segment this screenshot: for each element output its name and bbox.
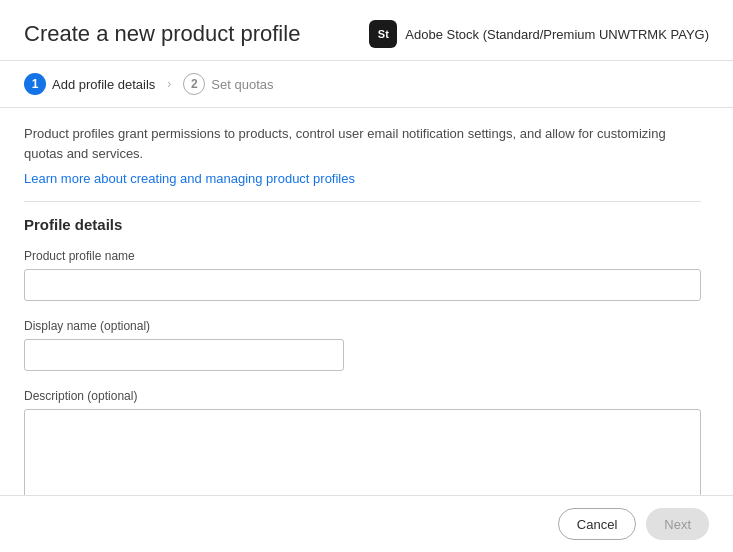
step-2-number: 2 [183, 73, 205, 95]
profile-details-title: Profile details [24, 216, 701, 233]
description-input[interactable] [24, 409, 701, 495]
create-product-profile-modal: Create a new product profile St Adobe St… [0, 0, 733, 552]
next-button[interactable]: Next [646, 508, 709, 540]
product-profile-name-input[interactable] [24, 269, 701, 301]
steps-bar: 1 Add profile details › 2 Set quotas [0, 61, 733, 108]
display-name-input[interactable] [24, 339, 344, 371]
learn-more-link[interactable]: Learn more about creating and managing p… [24, 171, 355, 186]
product-icon: St [369, 20, 397, 48]
section-divider [24, 201, 701, 202]
step-1: 1 Add profile details [24, 73, 155, 95]
product-profile-name-label: Product profile name [24, 249, 701, 263]
modal-header: Create a new product profile St Adobe St… [0, 0, 733, 61]
step-1-label: Add profile details [52, 77, 155, 92]
steps-chevron: › [167, 77, 171, 91]
display-name-label: Display name (optional) [24, 319, 701, 333]
display-name-field: Display name (optional) [24, 319, 701, 371]
product-name: Adobe Stock (Standard/Premium UNWTRMK PA… [405, 27, 709, 42]
modal-body: Product profiles grant permissions to pr… [0, 108, 733, 495]
cancel-button[interactable]: Cancel [558, 508, 636, 540]
step-2: 2 Set quotas [183, 73, 273, 95]
info-text: Product profiles grant permissions to pr… [24, 124, 701, 163]
modal-footer: Cancel Next [0, 495, 733, 552]
product-badge: St Adobe Stock (Standard/Premium UNWTRMK… [369, 20, 709, 48]
description-field: Description (optional) [24, 389, 701, 495]
step-1-number: 1 [24, 73, 46, 95]
content-area: Product profiles grant permissions to pr… [24, 124, 709, 479]
product-profile-name-field: Product profile name [24, 249, 701, 301]
step-2-label: Set quotas [211, 77, 273, 92]
modal-title: Create a new product profile [24, 21, 300, 47]
description-label: Description (optional) [24, 389, 701, 403]
